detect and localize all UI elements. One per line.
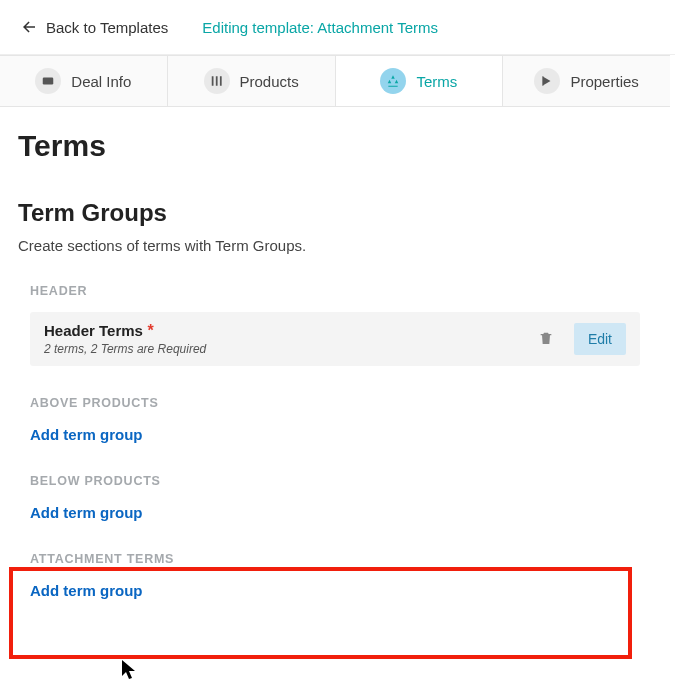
editing-template-label: Editing template: Attachment Terms xyxy=(202,19,438,36)
group-below-label: BELOW PRODUCTS xyxy=(30,474,640,488)
deal-info-icon xyxy=(35,68,61,94)
tab-label: Terms xyxy=(416,73,457,90)
group-header-label: HEADER xyxy=(30,284,640,298)
add-term-group-above[interactable]: Add term group xyxy=(30,426,143,443)
card-title: Header Terms xyxy=(44,322,143,339)
svg-rect-0 xyxy=(43,78,54,85)
term-groups-title: Term Groups xyxy=(18,199,652,227)
tab-products[interactable]: Products xyxy=(168,55,336,106)
tab-label: Properties xyxy=(570,73,638,90)
group-above-label: ABOVE PRODUCTS xyxy=(30,396,640,410)
group-attachment-terms: ATTACHMENT TERMS Add term group xyxy=(18,552,652,600)
tab-label: Deal Info xyxy=(71,73,131,90)
tabs: Deal Info Products Terms Properties xyxy=(0,55,670,107)
group-above-products: ABOVE PRODUCTS Add term group xyxy=(18,396,652,444)
required-asterisk-icon: * xyxy=(147,322,153,339)
tab-terms[interactable]: Terms xyxy=(336,55,504,106)
group-below-products: BELOW PRODUCTS Add term group xyxy=(18,474,652,522)
main-content: Terms Term Groups Create sections of ter… xyxy=(0,107,670,670)
trash-icon xyxy=(538,329,554,347)
properties-icon xyxy=(534,68,560,94)
edit-button[interactable]: Edit xyxy=(574,323,626,355)
card-main: Header Terms * 2 terms, 2 Terms are Requ… xyxy=(44,322,534,356)
group-header: HEADER Header Terms * 2 terms, 2 Terms a… xyxy=(18,284,652,366)
delete-button[interactable] xyxy=(534,325,558,354)
back-label: Back to Templates xyxy=(46,19,168,36)
terms-icon xyxy=(380,68,406,94)
page-title: Terms xyxy=(18,129,652,163)
add-term-group-attachment[interactable]: Add term group xyxy=(30,582,143,599)
products-icon xyxy=(204,68,230,94)
arrow-left-icon xyxy=(20,18,38,36)
card-actions: Edit xyxy=(534,323,626,355)
back-to-templates-link[interactable]: Back to Templates xyxy=(20,18,168,36)
tab-deal-info[interactable]: Deal Info xyxy=(0,55,168,106)
term-groups-desc: Create sections of terms with Term Group… xyxy=(18,237,652,254)
card-subtitle: 2 terms, 2 Terms are Required xyxy=(44,342,534,356)
tab-label: Products xyxy=(240,73,299,90)
tab-properties[interactable]: Properties xyxy=(503,55,670,106)
header-terms-card: Header Terms * 2 terms, 2 Terms are Requ… xyxy=(30,312,640,366)
group-attachment-label: ATTACHMENT TERMS xyxy=(30,552,640,566)
topbar: Back to Templates Editing template: Atta… xyxy=(0,0,675,55)
add-term-group-below[interactable]: Add term group xyxy=(30,504,143,521)
